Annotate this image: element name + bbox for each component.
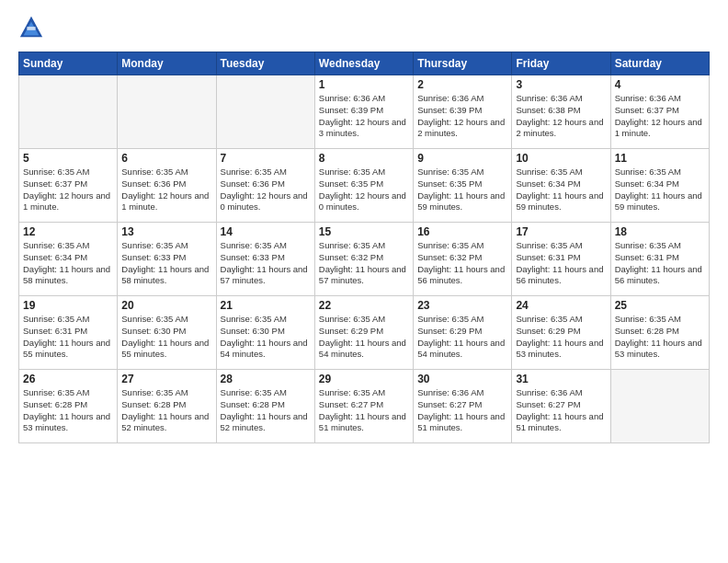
day-info: Sunrise: 6:35 AM Sunset: 6:31 PM Dayligh… bbox=[615, 240, 705, 287]
day-info: Sunrise: 6:35 AM Sunset: 6:33 PM Dayligh… bbox=[121, 240, 211, 287]
day-number: 1 bbox=[319, 78, 409, 91]
day-info: Sunrise: 6:35 AM Sunset: 6:33 PM Dayligh… bbox=[221, 240, 311, 287]
weekday-header: Monday bbox=[118, 52, 216, 75]
day-number: 7 bbox=[221, 152, 311, 165]
weekday-header: Sunday bbox=[19, 52, 118, 75]
day-info: Sunrise: 6:35 AM Sunset: 6:28 PM Dayligh… bbox=[23, 387, 113, 434]
calendar-cell: 4Sunrise: 6:36 AM Sunset: 6:37 PM Daylig… bbox=[610, 75, 709, 149]
calendar-cell bbox=[118, 75, 216, 149]
day-number: 14 bbox=[221, 225, 311, 238]
day-number: 5 bbox=[23, 152, 113, 165]
weekday-header-row: SundayMondayTuesdayWednesdayThursdayFrid… bbox=[19, 52, 710, 75]
calendar-cell: 17Sunrise: 6:35 AM Sunset: 6:31 PM Dayli… bbox=[512, 223, 610, 296]
day-number: 9 bbox=[417, 152, 507, 165]
weekday-header: Friday bbox=[512, 52, 610, 75]
day-info: Sunrise: 6:35 AM Sunset: 6:31 PM Dayligh… bbox=[516, 240, 606, 287]
day-info: Sunrise: 6:35 AM Sunset: 6:28 PM Dayligh… bbox=[615, 314, 705, 361]
calendar-cell: 24Sunrise: 6:35 AM Sunset: 6:29 PM Dayli… bbox=[512, 296, 610, 370]
day-info: Sunrise: 6:35 AM Sunset: 6:34 PM Dayligh… bbox=[615, 167, 705, 213]
day-number: 6 bbox=[121, 152, 211, 165]
day-info: Sunrise: 6:35 AM Sunset: 6:36 PM Dayligh… bbox=[221, 167, 311, 213]
day-number: 20 bbox=[121, 299, 211, 312]
day-number: 29 bbox=[319, 373, 409, 385]
day-number: 3 bbox=[516, 78, 606, 91]
calendar-cell: 23Sunrise: 6:35 AM Sunset: 6:29 PM Dayli… bbox=[414, 296, 512, 370]
calendar-cell: 11Sunrise: 6:35 AM Sunset: 6:34 PM Dayli… bbox=[610, 149, 709, 223]
day-number: 21 bbox=[221, 299, 311, 312]
day-number: 8 bbox=[319, 152, 409, 165]
day-number: 30 bbox=[417, 373, 507, 385]
day-info: Sunrise: 6:35 AM Sunset: 6:34 PM Dayligh… bbox=[516, 167, 606, 213]
day-info: Sunrise: 6:35 AM Sunset: 6:32 PM Dayligh… bbox=[417, 240, 507, 287]
week-row: 19Sunrise: 6:35 AM Sunset: 6:31 PM Dayli… bbox=[19, 296, 710, 370]
calendar-cell: 8Sunrise: 6:35 AM Sunset: 6:35 PM Daylig… bbox=[314, 149, 413, 223]
day-info: Sunrise: 6:36 AM Sunset: 6:39 PM Dayligh… bbox=[417, 93, 507, 140]
day-number: 19 bbox=[23, 299, 113, 312]
calendar-cell: 25Sunrise: 6:35 AM Sunset: 6:28 PM Dayli… bbox=[610, 296, 709, 370]
calendar-cell: 12Sunrise: 6:35 AM Sunset: 6:34 PM Dayli… bbox=[19, 223, 118, 296]
calendar-cell bbox=[216, 75, 314, 149]
calendar-cell: 6Sunrise: 6:35 AM Sunset: 6:36 PM Daylig… bbox=[118, 149, 216, 223]
day-number: 13 bbox=[121, 225, 211, 238]
day-number: 25 bbox=[615, 299, 705, 312]
week-row: 26Sunrise: 6:35 AM Sunset: 6:28 PM Dayli… bbox=[19, 370, 710, 443]
logo-icon bbox=[18, 15, 44, 40]
day-number: 2 bbox=[417, 78, 507, 91]
day-info: Sunrise: 6:35 AM Sunset: 6:30 PM Dayligh… bbox=[221, 314, 311, 361]
day-info: Sunrise: 6:35 AM Sunset: 6:32 PM Dayligh… bbox=[319, 240, 409, 287]
calendar-cell: 30Sunrise: 6:36 AM Sunset: 6:27 PM Dayli… bbox=[414, 370, 512, 443]
calendar-cell bbox=[610, 370, 709, 443]
calendar-cell: 9Sunrise: 6:35 AM Sunset: 6:35 PM Daylig… bbox=[414, 149, 512, 223]
day-number: 28 bbox=[221, 373, 311, 385]
day-info: Sunrise: 6:35 AM Sunset: 6:28 PM Dayligh… bbox=[121, 387, 211, 434]
day-info: Sunrise: 6:35 AM Sunset: 6:37 PM Dayligh… bbox=[23, 167, 113, 213]
day-number: 15 bbox=[319, 225, 409, 238]
day-info: Sunrise: 6:36 AM Sunset: 6:39 PM Dayligh… bbox=[319, 93, 409, 140]
calendar-cell: 3Sunrise: 6:36 AM Sunset: 6:38 PM Daylig… bbox=[512, 75, 610, 149]
day-info: Sunrise: 6:35 AM Sunset: 6:28 PM Dayligh… bbox=[221, 387, 311, 434]
day-info: Sunrise: 6:36 AM Sunset: 6:27 PM Dayligh… bbox=[516, 387, 606, 434]
logo bbox=[18, 15, 48, 40]
weekday-header: Thursday bbox=[414, 52, 512, 75]
calendar-cell: 1Sunrise: 6:36 AM Sunset: 6:39 PM Daylig… bbox=[314, 75, 413, 149]
calendar-cell: 10Sunrise: 6:35 AM Sunset: 6:34 PM Dayli… bbox=[512, 149, 610, 223]
calendar-cell: 22Sunrise: 6:35 AM Sunset: 6:29 PM Dayli… bbox=[314, 296, 413, 370]
day-number: 12 bbox=[23, 225, 113, 238]
day-number: 24 bbox=[516, 299, 606, 312]
calendar-cell: 28Sunrise: 6:35 AM Sunset: 6:28 PM Dayli… bbox=[216, 370, 314, 443]
day-number: 23 bbox=[417, 299, 507, 312]
day-info: Sunrise: 6:36 AM Sunset: 6:37 PM Dayligh… bbox=[615, 93, 705, 140]
day-info: Sunrise: 6:35 AM Sunset: 6:29 PM Dayligh… bbox=[417, 314, 507, 361]
week-row: 1Sunrise: 6:36 AM Sunset: 6:39 PM Daylig… bbox=[19, 75, 710, 149]
calendar-cell: 18Sunrise: 6:35 AM Sunset: 6:31 PM Dayli… bbox=[610, 223, 709, 296]
day-info: Sunrise: 6:35 AM Sunset: 6:31 PM Dayligh… bbox=[23, 314, 113, 361]
day-info: Sunrise: 6:35 AM Sunset: 6:29 PM Dayligh… bbox=[516, 314, 606, 361]
calendar-cell: 20Sunrise: 6:35 AM Sunset: 6:30 PM Dayli… bbox=[118, 296, 216, 370]
day-info: Sunrise: 6:35 AM Sunset: 6:30 PM Dayligh… bbox=[121, 314, 211, 361]
week-row: 12Sunrise: 6:35 AM Sunset: 6:34 PM Dayli… bbox=[19, 223, 710, 296]
calendar-cell: 16Sunrise: 6:35 AM Sunset: 6:32 PM Dayli… bbox=[414, 223, 512, 296]
calendar-cell: 7Sunrise: 6:35 AM Sunset: 6:36 PM Daylig… bbox=[216, 149, 314, 223]
day-info: Sunrise: 6:36 AM Sunset: 6:27 PM Dayligh… bbox=[417, 387, 507, 434]
day-number: 31 bbox=[516, 373, 606, 385]
calendar-cell: 27Sunrise: 6:35 AM Sunset: 6:28 PM Dayli… bbox=[118, 370, 216, 443]
day-info: Sunrise: 6:35 AM Sunset: 6:34 PM Dayligh… bbox=[23, 240, 113, 287]
day-number: 11 bbox=[615, 152, 705, 165]
day-info: Sunrise: 6:35 AM Sunset: 6:29 PM Dayligh… bbox=[319, 314, 409, 361]
day-number: 16 bbox=[417, 225, 507, 238]
calendar-cell bbox=[19, 75, 118, 149]
calendar-cell: 15Sunrise: 6:35 AM Sunset: 6:32 PM Dayli… bbox=[314, 223, 413, 296]
day-number: 17 bbox=[516, 225, 606, 238]
calendar-cell: 21Sunrise: 6:35 AM Sunset: 6:30 PM Dayli… bbox=[216, 296, 314, 370]
day-info: Sunrise: 6:35 AM Sunset: 6:27 PM Dayligh… bbox=[319, 387, 409, 434]
day-number: 10 bbox=[516, 152, 606, 165]
day-number: 27 bbox=[121, 373, 211, 385]
calendar-cell: 29Sunrise: 6:35 AM Sunset: 6:27 PM Dayli… bbox=[314, 370, 413, 443]
day-number: 26 bbox=[23, 373, 113, 385]
week-row: 5Sunrise: 6:35 AM Sunset: 6:37 PM Daylig… bbox=[19, 149, 710, 223]
day-info: Sunrise: 6:36 AM Sunset: 6:38 PM Dayligh… bbox=[516, 93, 606, 140]
calendar-cell: 26Sunrise: 6:35 AM Sunset: 6:28 PM Dayli… bbox=[19, 370, 118, 443]
calendar-cell: 5Sunrise: 6:35 AM Sunset: 6:37 PM Daylig… bbox=[19, 149, 118, 223]
page-container: SundayMondayTuesdayWednesdayThursdayFrid… bbox=[0, 0, 728, 458]
header bbox=[18, 15, 710, 40]
